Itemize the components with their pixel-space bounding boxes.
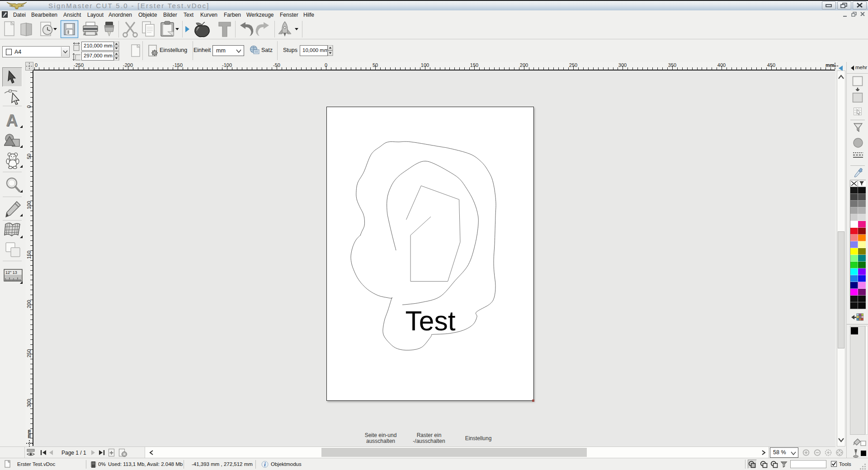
svg-text:Test: Test	[406, 306, 456, 336]
svg-text:12" 13: 12" 13	[5, 270, 17, 275]
